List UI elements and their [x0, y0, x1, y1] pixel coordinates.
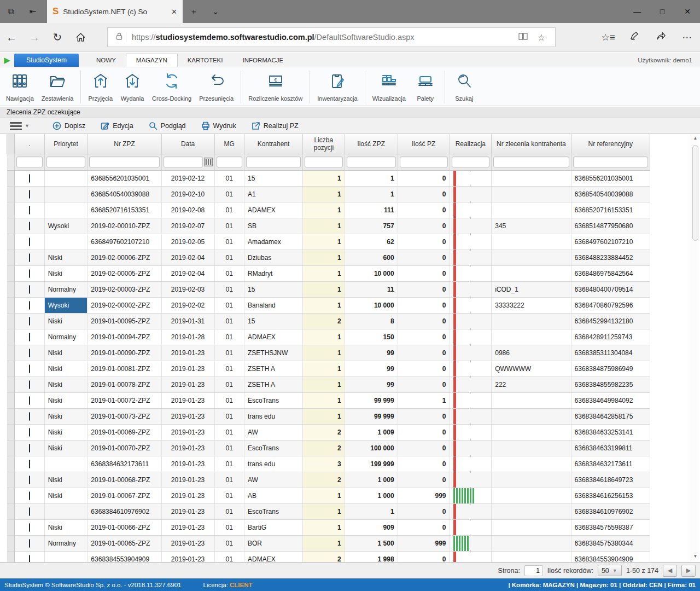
cell-mg[interactable]: 01	[214, 297, 244, 313]
cell-ilosc-zpz[interactable]: 99 999	[345, 408, 398, 424]
ribbon-item-szukaj[interactable]: Szukaj	[448, 69, 480, 105]
row-select-icon[interactable]	[29, 253, 30, 262]
cell-mg[interactable]: 01	[214, 392, 244, 408]
cell-ilosc-zpz[interactable]: 1 998	[345, 551, 398, 562]
cell-priorytet[interactable]: Niski	[44, 519, 88, 535]
cell-realizacja[interactable]	[450, 202, 492, 218]
cell-realizacja[interactable]	[450, 376, 492, 392]
cell-nr-zpz[interactable]: 2019-01-00065-ZPZ	[88, 535, 161, 551]
cell-mg[interactable]: 01	[214, 313, 244, 329]
cell-nr-referencyjny[interactable]: 6368428911259743	[571, 329, 650, 345]
col-header-nr-zlecenia[interactable]: Nr zlecenia kontrahenta	[492, 134, 571, 154]
row-select-cell[interactable]	[15, 313, 45, 329]
cell-liczba-pozycji[interactable]: 1	[303, 202, 345, 218]
row-select-icon[interactable]	[29, 174, 30, 183]
cell-nr-zlecenia[interactable]	[492, 408, 571, 424]
row-select-icon[interactable]	[29, 491, 30, 500]
cell-nr-zpz[interactable]: 6368384553904909	[88, 551, 161, 562]
cell-mg[interactable]: 01	[214, 329, 244, 345]
cell-kontrahent[interactable]: Dziubas	[244, 250, 303, 265]
cell-nr-zpz[interactable]: 2019-02-00006-ZPZ	[88, 250, 161, 265]
cell-mg[interactable]: 01	[214, 456, 244, 472]
cell-nr-zpz[interactable]: 6368556201035001	[88, 170, 161, 186]
table-row[interactable]: Niski 2019-01-00081-ZPZ 2019-01-23 01 ZS…	[7, 361, 650, 376]
cell-ilosc-pz[interactable]: 0	[398, 551, 450, 562]
ribbon-item-wydania[interactable]: Wydania	[116, 69, 148, 105]
table-row[interactable]: Wysoki 2019-02-00010-ZPZ 2019-02-07 01 S…	[7, 218, 650, 234]
cell-mg[interactable]: 01	[214, 345, 244, 361]
cell-nr-referencyjny[interactable]: 6368384855982235	[571, 376, 650, 392]
page-input[interactable]	[524, 565, 543, 576]
cell-ilosc-pz[interactable]: 999	[398, 535, 450, 551]
cell-ilosc-pz[interactable]: 1	[398, 392, 450, 408]
cell-ilosc-pz[interactable]: 0	[398, 202, 450, 218]
cell-nr-referencyjny[interactable]: 6368470860792596	[571, 297, 650, 313]
row-select-cell[interactable]	[15, 297, 45, 313]
realize-pz-button[interactable]: Realizuj PZ	[245, 120, 305, 132]
cell-ilosc-zpz[interactable]: 10 000	[345, 297, 398, 313]
row-select-cell[interactable]	[15, 345, 45, 361]
cell-ilosc-pz[interactable]: 0	[398, 376, 450, 392]
cell-liczba-pozycji[interactable]: 2	[303, 472, 345, 488]
cell-priorytet[interactable]: Normalny	[44, 535, 88, 551]
cell-priorytet[interactable]: Wysoki	[44, 297, 88, 313]
scroll-down-icon[interactable]: ▼	[691, 552, 699, 561]
cell-ilosc-pz[interactable]: 0	[398, 170, 450, 186]
window-minimize-button[interactable]: —	[625, 0, 650, 23]
cell-ilosc-zpz[interactable]: 1 000	[345, 488, 398, 503]
row-select-cell[interactable]	[15, 488, 45, 503]
cell-nr-zlecenia[interactable]	[492, 519, 571, 535]
table-row[interactable]: 6368540540039088 2019-02-10 01 A1 1 1 0 …	[7, 186, 650, 202]
cell-nr-zlecenia[interactable]	[492, 488, 571, 503]
ribbon-item-wizualizacja[interactable]: Wizualizacja	[369, 69, 410, 105]
cell-priorytet[interactable]	[44, 456, 88, 472]
row-select-cell[interactable]	[15, 250, 45, 265]
cell-kontrahent[interactable]: ADAMEX	[244, 202, 303, 218]
cell-ilosc-pz[interactable]: 0	[398, 408, 450, 424]
row-select-icon[interactable]	[29, 460, 30, 468]
cell-nr-referencyjny[interactable]: 6368384610976902	[571, 503, 650, 519]
row-select-cell[interactable]	[15, 392, 45, 408]
cell-nr-referencyjny[interactable]: 6368384642858175	[571, 408, 650, 424]
cell-data[interactable]: 2019-01-23	[161, 551, 214, 562]
cell-liczba-pozycji[interactable]: 1	[303, 281, 345, 297]
table-row[interactable]: Niski 2019-02-00005-ZPZ 2019-02-04 01 RM…	[7, 265, 650, 281]
cell-realizacja[interactable]	[450, 519, 492, 535]
cell-nr-zpz[interactable]: 2019-01-00068-ZPZ	[88, 472, 161, 488]
cell-kontrahent[interactable]: trans edu	[244, 408, 303, 424]
scrollbar-thumb[interactable]	[692, 145, 698, 241]
row-select-icon[interactable]	[29, 301, 30, 310]
cell-kontrahent[interactable]: 15	[244, 313, 303, 329]
cell-nr-zlecenia[interactable]	[492, 329, 571, 345]
cell-ilosc-pz[interactable]: 0	[398, 503, 450, 519]
cell-kontrahent[interactable]: ADMAEX	[244, 329, 303, 345]
table-row[interactable]: Niski 2019-01-00068-ZPZ 2019-01-23 01 AW…	[7, 472, 650, 488]
cell-nr-referencyjny[interactable]: 6368384616256153	[571, 488, 650, 503]
cell-liczba-pozycji[interactable]: 1	[303, 361, 345, 376]
cell-liczba-pozycji[interactable]: 1	[303, 297, 345, 313]
cell-priorytet[interactable]: Normalny	[44, 329, 88, 345]
cell-liczba-pozycji[interactable]: 1	[303, 329, 345, 345]
cell-nr-zpz[interactable]: 2019-01-00067-ZPZ	[88, 488, 161, 503]
row-select-icon[interactable]	[29, 523, 30, 532]
ribbon-item-inwentaryzacja[interactable]: Inwentaryzacja	[313, 69, 361, 105]
row-select-cell[interactable]	[15, 170, 45, 186]
cell-kontrahent[interactable]: EscoTrans	[244, 440, 303, 456]
row-select-cell[interactable]	[15, 440, 45, 456]
cell-data[interactable]: 2019-01-23	[161, 408, 214, 424]
cell-priorytet[interactable]	[44, 503, 88, 519]
prev-page-button[interactable]: ◀	[663, 565, 677, 577]
cell-liczba-pozycji[interactable]: 3	[303, 456, 345, 472]
cell-ilosc-zpz[interactable]: 1	[345, 186, 398, 202]
cell-nr-zpz[interactable]: 2019-02-00010-ZPZ	[88, 218, 161, 234]
cell-nr-referencyjny[interactable]: 6368384632173611	[571, 456, 650, 472]
cell-ilosc-zpz[interactable]: 1 009	[345, 472, 398, 488]
cell-ilosc-pz[interactable]: 0	[398, 265, 450, 281]
cell-nr-zlecenia[interactable]: 0986	[492, 345, 571, 361]
ribbon-item-rozliczenie-kosztow[interactable]: € Rozliczenie kosztów	[244, 69, 306, 105]
cell-liczba-pozycji[interactable]: 1	[303, 376, 345, 392]
cell-realizacja[interactable]	[450, 472, 492, 488]
filter-data[interactable]	[164, 157, 203, 167]
cell-nr-zpz[interactable]: 2019-01-00072-ZPZ	[88, 392, 161, 408]
filter-realizacja[interactable]	[452, 157, 490, 167]
